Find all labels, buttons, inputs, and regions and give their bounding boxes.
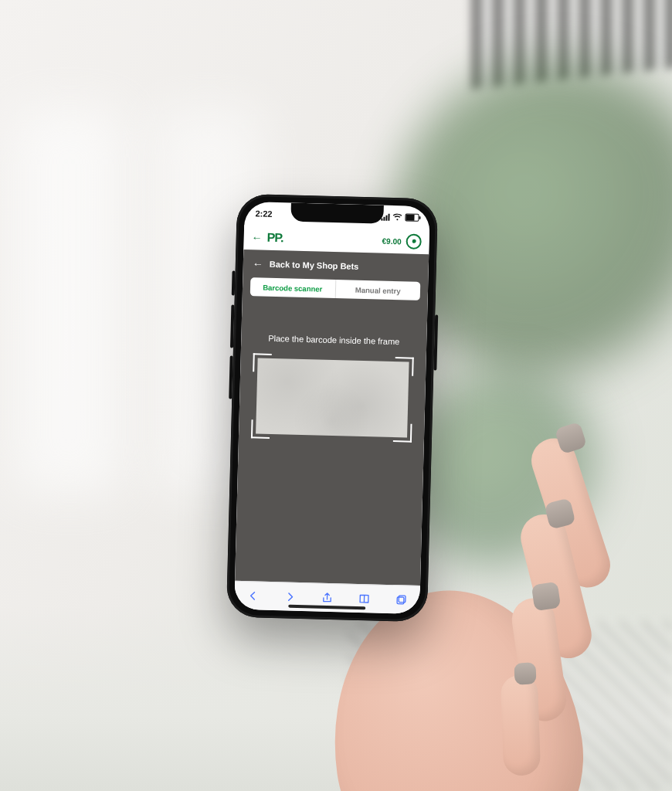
- back-to-my-shop-bets[interactable]: ← Back to My Shop Bets: [243, 250, 429, 282]
- wifi-icon: [392, 213, 402, 221]
- phone-device: 2:22 ← PP. €9.00: [226, 194, 438, 623]
- notch: [290, 203, 384, 224]
- phone-screen: 2:22 ← PP. €9.00: [234, 202, 430, 614]
- browser-forward-icon[interactable]: [283, 589, 297, 603]
- balance-amount[interactable]: €9.00: [382, 236, 402, 246]
- browser-share-icon[interactable]: [320, 591, 334, 605]
- scene-backdrop: 2:22 ← PP. €9.00: [0, 0, 672, 791]
- back-arrow-icon: ←: [253, 257, 263, 270]
- browser-tabs-icon[interactable]: [394, 592, 408, 606]
- scanner-screen: ← Back to My Shop Bets Barcode scanner M…: [235, 250, 429, 586]
- battery-icon: [405, 213, 419, 221]
- brand-logo[interactable]: PP.: [267, 231, 283, 246]
- account-icon[interactable]: [406, 233, 422, 250]
- camera-viewfinder: [256, 358, 409, 437]
- svg-rect-1: [397, 597, 404, 604]
- browser-toolbar: [234, 581, 420, 614]
- svg-rect-0: [399, 596, 406, 603]
- tab-barcode-scanner[interactable]: Barcode scanner: [250, 277, 335, 298]
- crumb-label: Back to My Shop Bets: [270, 260, 359, 271]
- tab-manual-entry[interactable]: Manual entry: [335, 280, 420, 300]
- header-back-icon[interactable]: ←: [252, 231, 263, 243]
- browser-back-icon[interactable]: [246, 589, 260, 603]
- status-time: 2:22: [255, 209, 272, 219]
- browser-bookmarks-icon[interactable]: [357, 592, 371, 606]
- barcode-scan-frame: [251, 353, 414, 442]
- scanner-instruction: Place the barcode inside the frame: [241, 333, 426, 347]
- mode-segmented-control: Barcode scanner Manual entry: [250, 277, 421, 300]
